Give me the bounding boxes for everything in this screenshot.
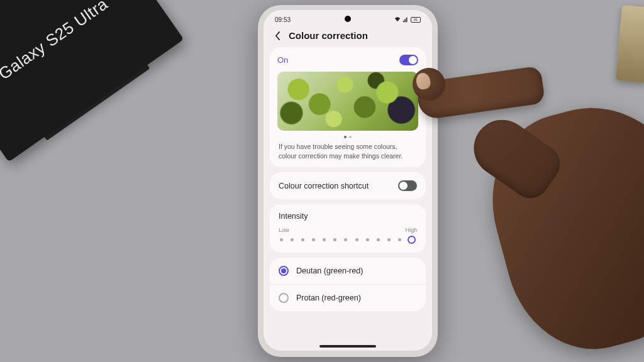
slider-tick [377,238,380,241]
gesture-bar[interactable] [319,345,376,348]
page-title: Colour correction [289,30,368,41]
dot-1[interactable] [344,136,347,138]
master-toggle-row[interactable]: On [277,55,418,65]
slider-tick [344,238,347,241]
intensity-range-labels: Low High [279,227,417,233]
product-box-label: Galaxy S25 Ultra [0,0,111,84]
signal-icon [402,16,409,23]
toggle-knob [409,56,417,64]
phone-device: 09:53 91 Colour correction On [258,5,438,357]
description-text: If you have trouble seeing some colours,… [277,142,418,161]
slider-tick [398,238,401,241]
intensity-card: Intensity Low High [270,204,426,253]
slider-tick [355,238,358,241]
correction-mode-list: Deutan (green-red) Protan (red-green) [270,258,426,311]
phone-screen: 09:53 91 Colour correction On [264,10,432,351]
slider-tick [301,238,304,241]
option-label: Deutan (green-red) [296,266,363,275]
radio-unselected-icon [279,293,289,303]
main-card: On If you have trouble seeing some colou… [270,47,426,167]
slider-tick [280,238,283,241]
slider-thumb[interactable] [408,236,416,244]
option-protan[interactable]: Protan (red-green) [270,285,426,311]
slider-tick [312,238,315,241]
back-button[interactable] [272,31,282,41]
desk-object [616,5,644,83]
radio-selected-icon [279,266,289,276]
slider-tick [323,238,326,241]
preview-image[interactable] [277,72,418,131]
shortcut-label: Colour correction shortcut [279,182,369,190]
intensity-slider[interactable] [279,236,417,244]
intensity-low-label: Low [279,227,289,233]
status-icons: 91 [394,16,421,23]
option-label: Protan (red-green) [296,293,361,302]
shortcut-toggle[interactable] [398,180,417,191]
camera-cutout [345,16,351,22]
intensity-high-label: High [405,227,417,233]
master-toggle[interactable] [399,55,418,65]
hand [405,38,644,362]
slider-tick [387,238,391,241]
dot-2[interactable] [349,136,352,138]
chevron-left-icon [275,31,280,40]
master-toggle-label: On [277,55,288,65]
intensity-title: Intensity [279,212,417,221]
slider-tick [291,238,294,241]
status-time: 09:53 [275,16,291,23]
carousel-dots [277,136,418,138]
option-deutan[interactable]: Deutan (green-red) [270,258,426,285]
page-header: Colour correction [264,26,432,47]
slider-tick [333,238,336,241]
wifi-icon [394,16,401,23]
product-box: Galaxy S25 Ultra [0,0,184,162]
slider-tick [366,238,369,241]
toggle-knob [399,182,408,190]
battery-icon: 91 [411,17,421,23]
shortcut-row[interactable]: Colour correction shortcut [270,172,426,199]
